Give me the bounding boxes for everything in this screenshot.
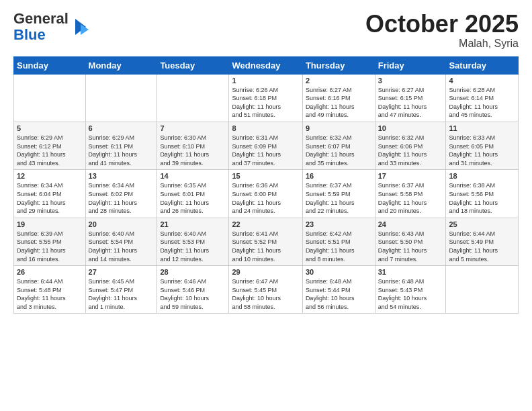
calendar-cell: 19Sunrise: 6:39 AM Sunset: 5:55 PM Dayli… bbox=[14, 218, 86, 265]
day-info: Sunrise: 6:29 AM Sunset: 6:11 PM Dayligh… bbox=[89, 134, 154, 167]
calendar-cell: 26Sunrise: 6:44 AM Sunset: 5:48 PM Dayli… bbox=[14, 266, 86, 314]
day-info: Sunrise: 6:47 AM Sunset: 5:45 PM Dayligh… bbox=[232, 277, 299, 311]
day-number: 25 bbox=[449, 220, 515, 228]
day-info: Sunrise: 6:27 AM Sunset: 6:16 PM Dayligh… bbox=[306, 86, 372, 120]
calendar-week-row: 1Sunrise: 6:26 AM Sunset: 6:18 PM Daylig… bbox=[14, 74, 519, 122]
calendar-cell: 1Sunrise: 6:26 AM Sunset: 6:18 PM Daylig… bbox=[229, 74, 302, 122]
day-number: 11 bbox=[449, 124, 515, 132]
day-number: 5 bbox=[17, 124, 83, 132]
day-number: 31 bbox=[378, 268, 443, 276]
logo-blue: Blue bbox=[13, 26, 46, 43]
header-saturday: Saturday bbox=[446, 56, 519, 74]
calendar-cell: 2Sunrise: 6:27 AM Sunset: 6:16 PM Daylig… bbox=[302, 74, 375, 122]
day-info: Sunrise: 6:44 AM Sunset: 5:48 PM Dayligh… bbox=[17, 277, 83, 311]
day-number: 4 bbox=[449, 77, 515, 85]
calendar-cell: 7Sunrise: 6:30 AM Sunset: 6:10 PM Daylig… bbox=[157, 122, 229, 169]
calendar-week-row: 5Sunrise: 6:29 AM Sunset: 6:12 PM Daylig… bbox=[14, 122, 519, 169]
day-number: 18 bbox=[449, 172, 515, 180]
day-info: Sunrise: 6:36 AM Sunset: 6:00 PM Dayligh… bbox=[232, 181, 299, 215]
day-info: Sunrise: 6:48 AM Sunset: 5:44 PM Dayligh… bbox=[306, 277, 372, 311]
calendar-cell: 3Sunrise: 6:27 AM Sunset: 6:15 PM Daylig… bbox=[375, 74, 446, 122]
calendar-cell: 16Sunrise: 6:37 AM Sunset: 5:59 PM Dayli… bbox=[302, 170, 375, 218]
day-info: Sunrise: 6:29 AM Sunset: 6:12 PM Dayligh… bbox=[17, 134, 83, 167]
day-number: 17 bbox=[378, 172, 443, 180]
calendar-week-row: 19Sunrise: 6:39 AM Sunset: 5:55 PM Dayli… bbox=[14, 218, 519, 265]
day-info: Sunrise: 6:44 AM Sunset: 5:49 PM Dayligh… bbox=[449, 230, 515, 263]
calendar-week-row: 12Sunrise: 6:34 AM Sunset: 6:04 PM Dayli… bbox=[14, 170, 519, 218]
title-block: October 2025 Malah, Syria bbox=[365, 11, 519, 50]
day-number: 21 bbox=[160, 220, 226, 228]
calendar-cell bbox=[85, 74, 157, 122]
logo-general: General bbox=[13, 10, 69, 27]
calendar-cell bbox=[157, 74, 229, 122]
header-sunday: Sunday bbox=[14, 56, 86, 74]
calendar-cell: 18Sunrise: 6:38 AM Sunset: 5:56 PM Dayli… bbox=[446, 170, 519, 218]
calendar: Sunday Monday Tuesday Wednesday Thursday… bbox=[13, 56, 519, 314]
calendar-cell: 20Sunrise: 6:40 AM Sunset: 5:54 PM Dayli… bbox=[85, 218, 157, 265]
calendar-cell: 8Sunrise: 6:31 AM Sunset: 6:09 PM Daylig… bbox=[229, 122, 302, 169]
day-info: Sunrise: 6:40 AM Sunset: 5:53 PM Dayligh… bbox=[160, 230, 226, 263]
calendar-cell: 30Sunrise: 6:48 AM Sunset: 5:44 PM Dayli… bbox=[302, 266, 375, 314]
svg-marker-1 bbox=[81, 24, 89, 35]
day-info: Sunrise: 6:31 AM Sunset: 6:09 PM Dayligh… bbox=[232, 134, 299, 167]
day-number: 3 bbox=[378, 77, 443, 85]
calendar-cell: 4Sunrise: 6:28 AM Sunset: 6:14 PM Daylig… bbox=[446, 74, 519, 122]
calendar-cell: 22Sunrise: 6:41 AM Sunset: 5:52 PM Dayli… bbox=[229, 218, 302, 265]
day-info: Sunrise: 6:41 AM Sunset: 5:52 PM Dayligh… bbox=[232, 230, 299, 263]
calendar-cell: 23Sunrise: 6:42 AM Sunset: 5:51 PM Dayli… bbox=[302, 218, 375, 265]
day-info: Sunrise: 6:27 AM Sunset: 6:15 PM Dayligh… bbox=[378, 86, 443, 120]
day-info: Sunrise: 6:48 AM Sunset: 5:43 PM Dayligh… bbox=[378, 277, 443, 311]
weekday-header-row: Sunday Monday Tuesday Wednesday Thursday… bbox=[14, 56, 519, 74]
calendar-cell: 5Sunrise: 6:29 AM Sunset: 6:12 PM Daylig… bbox=[14, 122, 86, 169]
calendar-cell: 25Sunrise: 6:44 AM Sunset: 5:49 PM Dayli… bbox=[446, 218, 519, 265]
day-info: Sunrise: 6:38 AM Sunset: 5:56 PM Dayligh… bbox=[449, 181, 515, 215]
location: Malah, Syria bbox=[365, 38, 519, 50]
calendar-cell: 10Sunrise: 6:32 AM Sunset: 6:06 PM Dayli… bbox=[375, 122, 446, 169]
day-number: 1 bbox=[232, 77, 299, 85]
day-info: Sunrise: 6:30 AM Sunset: 6:10 PM Dayligh… bbox=[160, 134, 226, 167]
day-info: Sunrise: 6:33 AM Sunset: 6:05 PM Dayligh… bbox=[449, 134, 515, 167]
day-number: 8 bbox=[232, 124, 299, 132]
day-info: Sunrise: 6:46 AM Sunset: 5:46 PM Dayligh… bbox=[160, 277, 226, 311]
calendar-cell: 9Sunrise: 6:32 AM Sunset: 6:07 PM Daylig… bbox=[302, 122, 375, 169]
header-thursday: Thursday bbox=[302, 56, 375, 74]
day-number: 13 bbox=[89, 172, 154, 180]
day-number: 12 bbox=[17, 172, 83, 180]
calendar-cell: 21Sunrise: 6:40 AM Sunset: 5:53 PM Dayli… bbox=[157, 218, 229, 265]
day-number: 7 bbox=[160, 124, 226, 132]
calendar-cell: 31Sunrise: 6:48 AM Sunset: 5:43 PM Dayli… bbox=[375, 266, 446, 314]
day-number: 23 bbox=[306, 220, 372, 228]
calendar-cell: 12Sunrise: 6:34 AM Sunset: 6:04 PM Dayli… bbox=[14, 170, 86, 218]
header: General Blue October 2025 Malah, Syria bbox=[13, 11, 519, 50]
day-number: 10 bbox=[378, 124, 443, 132]
day-info: Sunrise: 6:37 AM Sunset: 5:59 PM Dayligh… bbox=[306, 181, 372, 215]
day-number: 9 bbox=[306, 124, 372, 132]
page: General Blue October 2025 Malah, Syria S… bbox=[0, 0, 532, 411]
day-number: 15 bbox=[232, 172, 299, 180]
day-info: Sunrise: 6:43 AM Sunset: 5:50 PM Dayligh… bbox=[378, 230, 443, 263]
calendar-cell: 17Sunrise: 6:37 AM Sunset: 5:58 PM Dayli… bbox=[375, 170, 446, 218]
day-number: 16 bbox=[306, 172, 372, 180]
header-monday: Monday bbox=[85, 56, 157, 74]
calendar-cell: 11Sunrise: 6:33 AM Sunset: 6:05 PM Dayli… bbox=[446, 122, 519, 169]
header-tuesday: Tuesday bbox=[157, 56, 229, 74]
day-info: Sunrise: 6:26 AM Sunset: 6:18 PM Dayligh… bbox=[232, 86, 299, 120]
day-number: 27 bbox=[89, 268, 154, 276]
calendar-week-row: 26Sunrise: 6:44 AM Sunset: 5:48 PM Dayli… bbox=[14, 266, 519, 314]
header-wednesday: Wednesday bbox=[229, 56, 302, 74]
calendar-cell: 29Sunrise: 6:47 AM Sunset: 5:45 PM Dayli… bbox=[229, 266, 302, 314]
day-info: Sunrise: 6:35 AM Sunset: 6:01 PM Dayligh… bbox=[160, 181, 226, 215]
day-number: 30 bbox=[306, 268, 372, 276]
calendar-cell: 27Sunrise: 6:45 AM Sunset: 5:47 PM Dayli… bbox=[85, 266, 157, 314]
calendar-cell bbox=[446, 266, 519, 314]
logo-icon bbox=[70, 16, 91, 38]
logo: General Blue bbox=[13, 11, 91, 43]
month-title: October 2025 bbox=[365, 11, 519, 38]
day-number: 22 bbox=[232, 220, 299, 228]
calendar-cell bbox=[14, 74, 86, 122]
day-number: 24 bbox=[378, 220, 443, 228]
day-number: 14 bbox=[160, 172, 226, 180]
calendar-cell: 28Sunrise: 6:46 AM Sunset: 5:46 PM Dayli… bbox=[157, 266, 229, 314]
day-info: Sunrise: 6:34 AM Sunset: 6:04 PM Dayligh… bbox=[17, 181, 83, 215]
day-number: 2 bbox=[306, 77, 372, 85]
